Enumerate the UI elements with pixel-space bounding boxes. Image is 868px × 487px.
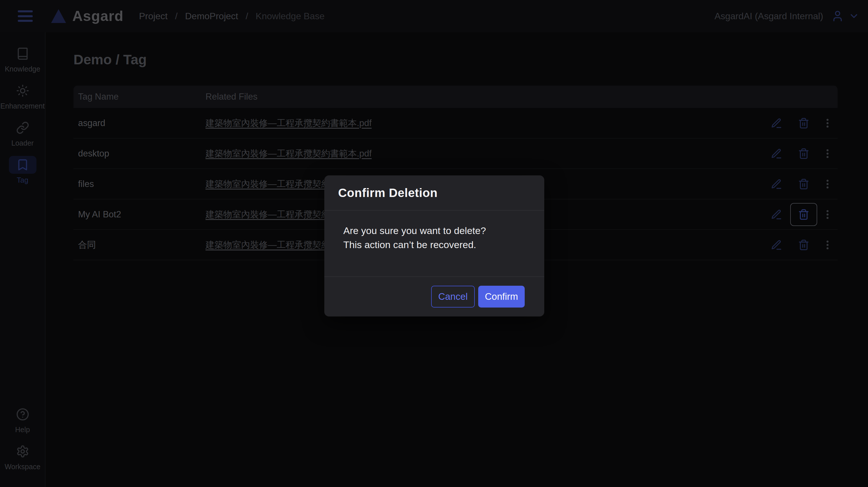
brand-name: Asgard <box>72 8 123 24</box>
breadcrumb-separator: / <box>175 11 178 22</box>
tag-name-cell: 合同 <box>78 239 96 251</box>
breadcrumb: Project / DemoProject / Knowledge Base <box>139 11 324 22</box>
edit-button[interactable] <box>770 117 783 129</box>
user-menu[interactable]: AsgardAI (Asgard Internal) <box>714 10 859 22</box>
tag-name-cell: desktop <box>78 148 110 159</box>
more-actions-button[interactable] <box>821 147 834 160</box>
tag-name-cell: asgard <box>78 118 105 128</box>
tag-name-cell: files <box>78 179 94 189</box>
help-circle-icon <box>9 405 36 423</box>
breadcrumb-knowledge-base: Knowledge Base <box>256 11 324 22</box>
sidebar-item-enhancement[interactable]: Enhancement <box>1 82 44 110</box>
sidebar: KnowledgeEnhancementLoaderTag HelpWorksp… <box>0 32 45 487</box>
modal-header: Confirm Deletion <box>324 176 544 211</box>
sidebar-item-knowledge[interactable]: Knowledge <box>1 45 44 73</box>
sidebar-item-label: Workspace <box>5 463 40 471</box>
sidebar-item-label: Tag <box>17 176 28 184</box>
more-actions-button[interactable] <box>821 208 834 221</box>
sun-icon <box>9 82 36 100</box>
delete-button[interactable] <box>797 117 810 129</box>
topbar: Asgard Project / DemoProject / Knowledge… <box>0 0 868 32</box>
sidebar-item-tag[interactable]: Tag <box>1 156 44 184</box>
related-file-link[interactable]: 建築物室內裝修—工程承攬契約書範本.pdf <box>206 117 372 129</box>
chevron-down-icon <box>848 11 859 22</box>
gear-icon <box>9 443 36 460</box>
cancel-button[interactable]: Cancel <box>431 286 475 307</box>
table-header: Tag Name Related Files <box>73 86 838 108</box>
edit-button[interactable] <box>770 208 783 221</box>
bookmark-icon <box>9 156 36 174</box>
page-title: Demo / Tag <box>73 52 147 67</box>
breadcrumb-project[interactable]: Project <box>139 11 167 22</box>
edit-button[interactable] <box>770 147 783 160</box>
delete-button[interactable] <box>790 203 817 226</box>
sidebar-item-label: Knowledge <box>5 65 40 73</box>
sidebar-item-workspace[interactable]: Workspace <box>1 443 44 471</box>
sidebar-footer-items: HelpWorkspace <box>1 405 44 487</box>
sidebar-main-items: KnowledgeEnhancementLoaderTag <box>1 32 44 193</box>
column-header-related-files: Related Files <box>206 92 257 102</box>
user-icon <box>831 10 844 22</box>
sidebar-item-label: Enhancement <box>0 102 44 110</box>
breadcrumb-separator: / <box>246 11 248 22</box>
more-actions-button[interactable] <box>821 178 834 190</box>
edit-button[interactable] <box>770 239 783 251</box>
confirm-deletion-modal: Confirm Deletion Are you sure you want t… <box>324 176 544 316</box>
modal-footer: Cancel Confirm <box>324 276 544 316</box>
modal-message-line1: Are you sure you want to delete? <box>343 224 525 238</box>
more-actions-button[interactable] <box>821 117 834 129</box>
table-row: desktop建築物室內裝修—工程承攬契約書範本.pdf <box>73 139 838 169</box>
user-label: AsgardAI (Asgard Internal) <box>714 11 823 22</box>
delete-button[interactable] <box>797 147 810 160</box>
delete-button[interactable] <box>797 178 810 190</box>
sidebar-item-label: Loader <box>11 139 34 147</box>
link-icon <box>9 119 36 137</box>
breadcrumb-demoproject[interactable]: DemoProject <box>185 11 238 22</box>
edit-button[interactable] <box>770 178 783 190</box>
delete-button[interactable] <box>797 239 810 251</box>
modal-message-line2: This action can’t be recovered. <box>343 238 525 252</box>
sidebar-item-loader[interactable]: Loader <box>1 119 44 147</box>
modal-body: Are you sure you want to delete? This ac… <box>324 211 544 252</box>
tag-name-cell: My AI Bot2 <box>78 209 121 220</box>
triangle-logo-icon <box>51 9 66 23</box>
table-row: asgard建築物室內裝修—工程承攬契約書範本.pdf <box>73 108 838 139</box>
sidebar-item-help[interactable]: Help <box>1 405 44 434</box>
sidebar-item-label: Help <box>15 426 30 434</box>
menu-icon[interactable] <box>18 10 33 22</box>
column-header-tag-name: Tag Name <box>78 92 119 102</box>
brand-logo[interactable]: Asgard <box>51 8 123 24</box>
book-icon <box>9 45 36 63</box>
modal-title: Confirm Deletion <box>338 186 437 200</box>
confirm-button[interactable]: Confirm <box>478 286 525 307</box>
related-file-link[interactable]: 建築物室內裝修—工程承攬契約書範本.pdf <box>206 148 372 160</box>
more-actions-button[interactable] <box>821 239 834 251</box>
